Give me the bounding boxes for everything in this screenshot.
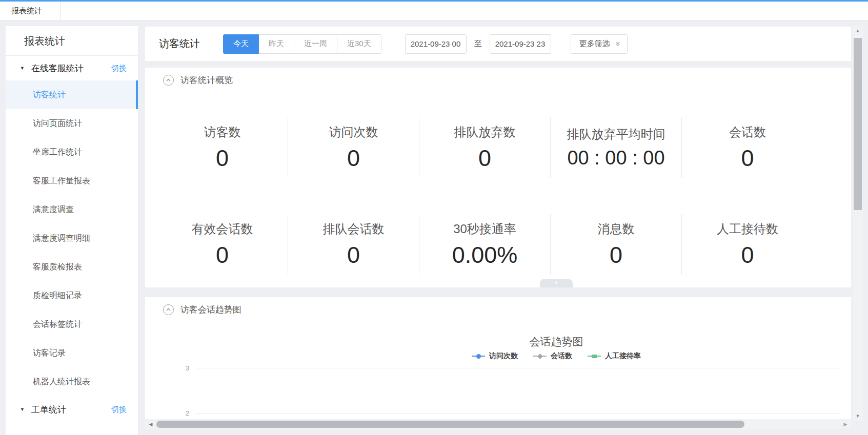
horizontal-scrollbar[interactable]: ◀ ▶ [145, 419, 851, 429]
stat-value: 0.00% [452, 242, 518, 268]
date-separator: 至 [474, 39, 482, 49]
vertical-scrollbar[interactable]: ▲ ▼ [853, 26, 863, 421]
horizontal-scrollbar-thumb[interactable] [156, 421, 744, 428]
sidebar-group-label: 工单统计 [31, 404, 111, 416]
stat-value: 0 [216, 242, 229, 268]
stat-card-30s-answer-rate: 30秒接通率 0.00% [419, 214, 551, 275]
page-title: 访客统计 [159, 37, 218, 51]
sidebar-item-agent-work-stats[interactable]: 坐席工作统计 [6, 138, 138, 167]
y-axis-tick: 3 [175, 364, 189, 372]
line-diamond-marker-icon [533, 354, 547, 359]
stat-value: 0 [741, 145, 754, 172]
line-circle-marker-icon [472, 354, 485, 359]
scroll-right-arrow-icon[interactable]: ▶ [840, 419, 851, 429]
triangle-down-icon: ▼ [554, 281, 559, 285]
stat-value: 00 : 00 : 00 [567, 147, 664, 169]
date-from-input[interactable] [405, 34, 467, 54]
sidebar-title: 报表统计 [6, 26, 138, 56]
stat-value: 0 [347, 242, 360, 268]
range-button-today[interactable]: 今天 [223, 34, 259, 54]
legend-label: 人工接待率 [605, 351, 641, 361]
row-divider [290, 195, 818, 195]
switch-link[interactable]: 切换 [111, 64, 127, 73]
chevron-up-circle-icon[interactable] [163, 304, 174, 315]
chart-legend: 访问次数 会话数 人工接待率 [351, 351, 761, 361]
stat-value: 0 [347, 145, 360, 172]
tab-report-statistics[interactable]: 报表统计 [0, 2, 60, 20]
sidebar-group-online-service[interactable]: ▼ 在线客服统计 切换 [6, 56, 138, 80]
filter-bar: 访客统计 今天 昨天 近一周 近30天 至 更多筛选 « [145, 27, 851, 61]
stat-label: 访客数 [204, 124, 241, 140]
stat-label: 消息数 [598, 221, 635, 237]
range-button-yesterday[interactable]: 昨天 [258, 34, 294, 54]
tab-bar: 报表统计 [0, 0, 868, 20]
chart-title: 会话趋势图 [351, 335, 761, 349]
double-chevron-down-icon: « [612, 42, 621, 46]
triangle-down-icon: ▼ [20, 407, 25, 412]
legend-item-visits[interactable]: 访问次数 [472, 351, 518, 361]
sidebar-item-visitor-records[interactable]: 访客记录 [6, 339, 138, 367]
sidebar-item-robot-stats-report[interactable]: 机器人统计报表 [6, 367, 138, 396]
triangle-down-icon: ▼ [20, 66, 25, 71]
overview-section-header[interactable]: 访客统计概览 [163, 74, 233, 86]
date-to-input[interactable] [490, 34, 551, 54]
more-filters-label: 更多筛选 [579, 39, 610, 49]
stat-label: 会话数 [729, 124, 766, 140]
more-filters-button[interactable]: 更多筛选 « [571, 34, 628, 54]
overview-section-title: 访客统计概览 [180, 74, 233, 86]
stat-label: 有效会话数 [192, 221, 253, 237]
range-button-last-week[interactable]: 近一周 [294, 34, 337, 54]
scroll-left-arrow-icon[interactable]: ◀ [145, 419, 156, 429]
sidebar: 报表统计 ▼ 在线客服统计 切换 访客统计 访问页面统计 坐席工作统计 客服工作… [6, 26, 138, 435]
stat-card-sessions: 会话数 0 [682, 117, 813, 178]
stat-label: 30秒接通率 [453, 221, 516, 237]
stat-label: 排队会话数 [323, 221, 385, 237]
stat-card-queue-abandon-avg-time: 排队放弃平均时间 00 : 00 : 00 [551, 117, 682, 178]
tab-label: 报表统计 [11, 6, 42, 16]
sidebar-item-service-workload-report[interactable]: 客服工作量报表 [6, 167, 138, 195]
legend-item-sessions[interactable]: 会话数 [533, 351, 572, 361]
vertical-scrollbar-thumb[interactable] [854, 38, 862, 210]
sidebar-group-label: 在线客服统计 [31, 63, 111, 74]
stat-card-queue-abandoned: 排队放弃数 0 [419, 117, 551, 178]
stat-label: 排队放弃平均时间 [567, 126, 665, 142]
stat-card-visitors: 访客数 0 [157, 117, 288, 178]
sidebar-item-qc-report[interactable]: 客服质检报表 [6, 253, 138, 281]
sidebar-item-satisfaction-survey-detail[interactable]: 满意度调查明细 [6, 224, 138, 253]
stat-card-queued-sessions: 排队会话数 0 [288, 214, 419, 275]
stat-card-valid-sessions: 有效会话数 0 [157, 214, 288, 275]
y-axis-tick: 2 [175, 409, 189, 417]
switch-link[interactable]: 切换 [111, 405, 127, 415]
range-button-last-30-days[interactable]: 近30天 [337, 34, 381, 54]
stat-card-messages: 消息数 0 [551, 214, 682, 275]
sidebar-item-visitor-stats[interactable]: 访客统计 [6, 80, 138, 109]
sidebar-item-satisfaction-survey[interactable]: 满意度调查 [6, 195, 138, 224]
sidebar-menu: 访客统计 访问页面统计 坐席工作统计 客服工作量报表 满意度调查 满意度调查明细… [6, 80, 138, 396]
chevron-up-circle-icon[interactable] [163, 75, 174, 86]
stat-value: 0 [478, 145, 491, 172]
sidebar-group-ticket-stats[interactable]: ▼ 工单统计 切换 [6, 397, 138, 422]
trend-section-header[interactable]: 访客会话趋势图 [163, 304, 241, 316]
collapse-panel-pill[interactable]: ▼ [540, 279, 573, 287]
sidebar-item-session-tag-stats[interactable]: 会话标签统计 [6, 310, 138, 339]
gridline [196, 368, 840, 368]
stat-label: 排队放弃数 [454, 124, 516, 140]
line-square-marker-icon [588, 354, 601, 359]
stat-value: 0 [216, 145, 229, 172]
stat-label: 访问次数 [329, 124, 378, 140]
legend-label: 会话数 [551, 351, 572, 361]
stat-card-visits: 访问次数 0 [288, 117, 419, 178]
gridline [196, 413, 840, 413]
stat-card-manual-receptions: 人工接待数 0 [682, 214, 813, 275]
sidebar-item-page-visit-stats[interactable]: 访问页面统计 [6, 109, 138, 138]
scroll-down-arrow-icon[interactable]: ▼ [853, 411, 863, 421]
stat-label: 人工接待数 [717, 221, 778, 237]
stat-value: 0 [741, 242, 754, 268]
visitor-session-trend-panel: 访客会话趋势图 会话趋势图 访问次数 会话数 人工接待率 3 2 [145, 297, 851, 419]
legend-label: 访问次数 [489, 351, 518, 361]
legend-item-manual-reception-rate[interactable]: 人工接待率 [588, 351, 641, 361]
visitor-overview-panel: 访客统计概览 访客数 0 访问次数 0 排队放弃数 0 排队放弃平均时间 00 … [145, 68, 851, 287]
quick-range-group: 今天 昨天 近一周 近30天 [224, 34, 381, 54]
scroll-up-arrow-icon[interactable]: ▲ [853, 26, 863, 36]
sidebar-item-qc-detail-records[interactable]: 质检明细记录 [6, 281, 138, 310]
